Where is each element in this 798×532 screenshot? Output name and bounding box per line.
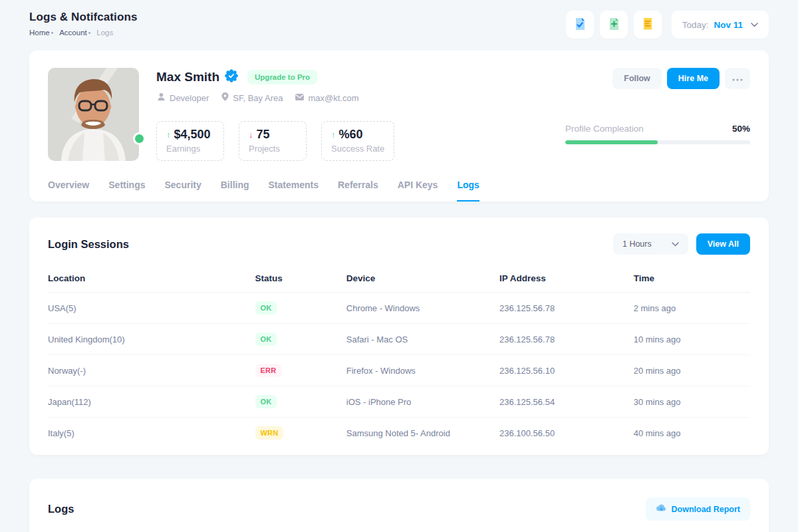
column-location: Location xyxy=(48,267,255,293)
profile-stats: ↑ $4,500 Earnings ↓ 75 Projects xyxy=(156,121,565,161)
tab-overview[interactable]: Overview xyxy=(48,180,89,201)
file-lines-icon xyxy=(640,17,655,33)
progress-fill xyxy=(565,140,658,144)
table-row: Japan(112) OK iOS - iPhone Pro 236.125.5… xyxy=(48,386,750,418)
person-icon xyxy=(156,92,166,104)
login-sessions-table: Location Status Device IP Address Time U… xyxy=(48,267,750,448)
date-picker[interactable]: Today: Nov 11 xyxy=(672,11,769,39)
file-check-button[interactable] xyxy=(566,11,594,39)
logs-title: Logs xyxy=(48,503,74,515)
verified-badge-icon xyxy=(225,69,238,85)
profile-tabs: Overview Settings Security Billing State… xyxy=(48,180,750,201)
file-plus-button[interactable] xyxy=(600,11,628,39)
online-status-dot xyxy=(135,134,144,143)
tab-api-keys[interactable]: API Keys xyxy=(398,180,438,201)
column-device: Device xyxy=(346,267,499,293)
profile-completion: Profile Compleation 50% xyxy=(565,124,750,144)
status-badge: WRN xyxy=(255,426,284,440)
hours-filter-select[interactable]: 1 Hours xyxy=(613,233,688,255)
profile-card: Max Smith Up xyxy=(29,51,769,201)
arrow-up-icon: ↑ xyxy=(166,130,171,140)
page: Logs & Notifcations Home • Account • Log… xyxy=(0,0,798,532)
page-title: Logs & Notifcations xyxy=(29,11,137,24)
location-pin-icon xyxy=(221,92,229,104)
breadcrumb: Home • Account • Logs xyxy=(29,29,137,37)
tab-statements[interactable]: Statements xyxy=(269,180,319,201)
table-row: Norway(-) ERR Firefox - Windows 236.125.… xyxy=(48,355,750,386)
view-all-button[interactable]: View All xyxy=(696,233,750,255)
status-badge: ERR xyxy=(255,364,282,377)
status-badge: OK xyxy=(255,301,277,315)
profile-location: SF, Bay Area xyxy=(221,92,283,104)
more-options-button[interactable] xyxy=(725,68,750,89)
hire-me-button[interactable]: Hire Me xyxy=(667,68,720,89)
profile-email: max@kt.com xyxy=(295,93,358,103)
breadcrumb-account[interactable]: Account xyxy=(59,29,87,37)
table-row: USA(5) OK Chrome - Windows 236.125.56.78… xyxy=(48,293,750,324)
chevron-down-icon xyxy=(751,23,758,27)
tab-settings[interactable]: Settings xyxy=(108,180,145,201)
login-sessions-title: Login Sessions xyxy=(48,238,129,251)
profile-name: Max Smith xyxy=(156,70,219,84)
tab-referrals[interactable]: Referrals xyxy=(338,180,378,201)
file-lines-button[interactable] xyxy=(634,11,662,39)
mail-icon xyxy=(295,93,305,103)
breadcrumb-logs: Logs xyxy=(96,29,113,37)
table-row: United Kingdom(10) OK Safari - Mac OS 23… xyxy=(48,324,750,355)
profile-role: Developer xyxy=(156,92,209,104)
arrow-up-icon: ↑ xyxy=(331,130,336,140)
stat-earnings: ↑ $4,500 Earnings xyxy=(156,121,224,161)
file-plus-icon xyxy=(606,17,621,33)
column-status: Status xyxy=(255,267,346,293)
profile-info: Max Smith Up xyxy=(156,68,565,161)
logs-card: Logs Download Report 500 ERR POST /v1/in… xyxy=(29,479,769,532)
table-row: Italy(5) WRN Samsung Noted 5- Android 23… xyxy=(48,418,750,449)
avatar xyxy=(48,68,139,161)
chevron-down-icon xyxy=(672,239,679,249)
cloud-download-icon xyxy=(656,503,667,515)
download-report-button[interactable]: Download Report xyxy=(646,497,750,521)
topbar: Logs & Notifcations Home • Account • Log… xyxy=(29,11,769,39)
stat-success-rate: ↑ %60 Success Rate xyxy=(321,121,394,161)
tab-security[interactable]: Security xyxy=(165,180,201,201)
topbar-left: Logs & Notifcations Home • Account • Log… xyxy=(29,11,137,37)
column-time: Time xyxy=(634,267,750,293)
column-ip-address: IP Address xyxy=(499,267,634,293)
breadcrumb-separator: • xyxy=(88,29,91,37)
today-label: Today: xyxy=(682,20,709,30)
breadcrumb-separator: • xyxy=(51,29,54,37)
status-badge: OK xyxy=(255,395,277,408)
selected-date: Nov 11 xyxy=(714,20,743,30)
status-badge: OK xyxy=(255,332,277,346)
profile-side: Follow Hire Me Profile Compleation 50% xyxy=(565,68,750,161)
file-check-icon xyxy=(573,17,587,33)
table-header-row: Location Status Device IP Address Time xyxy=(48,267,750,293)
login-sessions-card: Login Sessions 1 Hours View All Location… xyxy=(29,217,769,455)
arrow-down-icon: ↓ xyxy=(249,130,253,140)
stat-projects: ↓ 75 Projects xyxy=(239,121,307,161)
ellipsis-icon xyxy=(732,74,743,83)
upgrade-to-pro-badge[interactable]: Upgrade to Pro xyxy=(247,70,317,84)
tab-logs[interactable]: Logs xyxy=(457,180,479,201)
topbar-actions: Today: Nov 11 xyxy=(566,11,769,39)
progress-label: Profile Compleation xyxy=(565,124,644,134)
breadcrumb-home[interactable]: Home xyxy=(29,29,50,37)
follow-button[interactable]: Follow xyxy=(612,68,662,89)
progress-percent: 50% xyxy=(732,124,750,134)
tab-billing[interactable]: Billing xyxy=(221,180,249,201)
progress-bar xyxy=(565,140,750,144)
